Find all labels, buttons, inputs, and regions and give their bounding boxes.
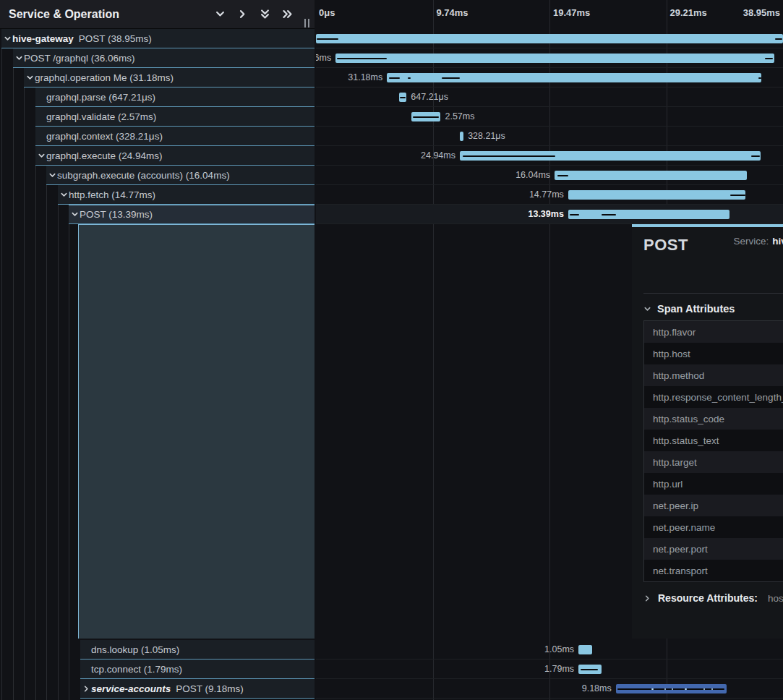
span-duration-bar[interactable] xyxy=(568,190,745,200)
span-time-label: 328.21μs xyxy=(468,127,505,146)
child-span-mark xyxy=(581,669,598,670)
child-span-mark xyxy=(389,77,401,79)
span-time-label: 2.57ms xyxy=(445,107,474,127)
span-duration-bar[interactable] xyxy=(460,132,463,141)
child-span-mark xyxy=(730,195,745,196)
attribute-row: http.url"http://localhost:4011/" xyxy=(644,473,783,495)
selected-span-detail-indent xyxy=(78,224,315,639)
span-bar-row[interactable]: 1.05ms xyxy=(316,640,783,660)
child-span-mark xyxy=(400,97,406,98)
span-bar-row[interactable]: 13.39ms xyxy=(316,205,783,224)
span-time-label: 24.94ms xyxy=(421,146,455,166)
span-bar-row[interactable]: 16.04ms xyxy=(316,166,783,185)
span-row[interactable]: POST (13.39ms) xyxy=(0,205,315,224)
child-span-mark xyxy=(557,175,568,176)
attribute-row: http.status_text"OK" xyxy=(644,430,783,451)
span-duration-bar[interactable] xyxy=(555,171,747,180)
span-bar-row[interactable]: 9.18ms xyxy=(316,679,783,699)
span-duration-bar[interactable] xyxy=(316,34,783,43)
span-operation-label: subgraph.execute (accounts) (16.04ms) xyxy=(57,170,230,181)
chevron-down-icon[interactable] xyxy=(37,152,46,160)
span-row[interactable]: dns.lookup (1.05ms) xyxy=(0,640,315,660)
attribute-key: net.peer.name xyxy=(653,522,783,533)
span-row[interactable]: hive-gatewayPOST (38.95ms) xyxy=(0,29,315,48)
child-span-mark xyxy=(317,38,338,40)
double-chevron-right-icon[interactable] xyxy=(281,9,293,20)
attribute-key: net.peer.port xyxy=(653,544,783,555)
chevron-right-icon[interactable] xyxy=(236,9,248,20)
chevron-down-icon[interactable] xyxy=(14,54,24,62)
resource-attributes-title: Resource Attributes: xyxy=(658,592,758,604)
span-duration-bar[interactable] xyxy=(578,645,592,654)
child-span-mark xyxy=(775,38,782,40)
service-operation-column: Service & Operation hive-gatewayPOST (38… xyxy=(0,0,315,700)
attribute-key: http.url xyxy=(653,479,783,490)
child-span-mark xyxy=(711,688,713,690)
span-bar-row[interactable]: 1.79ms xyxy=(316,660,783,679)
span-row[interactable]: subgraph.execute (accounts) (16.04ms) xyxy=(0,166,315,185)
attribute-row: http.flavor"1.1" xyxy=(644,321,783,343)
chevron-down-icon[interactable] xyxy=(3,35,12,43)
span-bar-row[interactable]: 14.77ms xyxy=(316,185,783,205)
span-bar-row[interactable]: 647.21μs xyxy=(316,88,783,107)
span-attributes-toggle[interactable]: Span Attributes xyxy=(643,303,783,315)
span-operation-label: graphql.validate (2.57ms) xyxy=(46,111,156,122)
span-row[interactable]: POST /graphql (36.06ms) xyxy=(0,48,315,68)
span-operation-label: tcp.connect (1.79ms) xyxy=(91,664,182,675)
span-bar-row[interactable]: 31.18ms xyxy=(316,68,783,88)
span-bar-row[interactable]: 2.57ms xyxy=(316,107,783,127)
chevron-down-icon[interactable] xyxy=(59,191,69,199)
resource-attribute: host.arch=arm64 xyxy=(768,593,783,604)
span-row[interactable]: graphql.execute (24.94ms) xyxy=(0,146,315,166)
span-bar-row[interactable]: 24.94ms xyxy=(316,146,783,166)
child-span-mark xyxy=(751,155,760,157)
chevron-down-icon[interactable] xyxy=(70,210,80,218)
chevron-down-icon[interactable] xyxy=(25,74,35,82)
span-row[interactable]: graphql.operation Me (31.18ms) xyxy=(0,68,315,88)
span-time-label: 16.04ms xyxy=(515,166,550,185)
span-row[interactable]: graphql.validate (2.57ms) xyxy=(0,107,315,127)
span-time-label: 36.06ms xyxy=(316,48,331,68)
attribute-key: http.method xyxy=(653,370,783,381)
span-row[interactable]: http.fetch (14.77ms) xyxy=(0,185,315,205)
attribute-row: net.transport"ip_tcp" xyxy=(644,560,783,581)
span-row[interactable]: graphql.context (328.21μs) xyxy=(0,127,315,146)
span-bar-row[interactable]: 36.06ms xyxy=(316,48,783,68)
attribute-key: http.response_content_length_uncompresse… xyxy=(653,392,783,403)
span-operation-label: POST (13.39ms) xyxy=(80,209,153,220)
double-chevron-down-icon[interactable] xyxy=(259,9,270,20)
chevron-down-icon[interactable] xyxy=(48,171,57,179)
span-bar-row[interactable]: 38.95ms xyxy=(316,29,783,48)
span-row[interactable]: tcp.connect (1.79ms) xyxy=(0,660,315,679)
span-row[interactable]: graphql.parse (647.21μs) xyxy=(0,88,315,107)
attribute-key: http.status_code xyxy=(653,414,783,424)
span-bar-row[interactable]: 328.21μs xyxy=(316,127,783,146)
child-span-mark xyxy=(442,77,460,79)
column-resize-handle[interactable] xyxy=(304,19,312,28)
timeline-column: 0μs9.74ms19.47ms29.21ms38.95ms 38.95ms36… xyxy=(316,0,783,700)
meta-item: Service:hive-gateway xyxy=(733,236,783,247)
attribute-row: http.response_content_length_uncompresse… xyxy=(644,386,783,408)
span-time-label: 13.39ms xyxy=(528,205,563,224)
span-time-label: 9.18ms xyxy=(582,679,612,699)
chevron-right-icon xyxy=(643,594,651,602)
span-operation-label: http.fetch (14.77ms) xyxy=(69,189,155,200)
attribute-key: http.status_text xyxy=(653,435,783,446)
chevron-down-icon[interactable] xyxy=(214,9,226,20)
axis-tick-label: 38.95ms xyxy=(743,7,780,18)
attribute-row: http.host"localhost:4011" xyxy=(644,343,783,364)
span-row[interactable]: service-accountsPOST (9.18ms) xyxy=(0,679,315,699)
child-span-mark xyxy=(672,688,673,690)
span-time-label: 1.05ms xyxy=(544,640,574,660)
attribute-row: net.peer.port4011 xyxy=(644,538,783,560)
resource-attributes-toggle[interactable]: Resource Attributes: host.arch=arm64host… xyxy=(643,592,783,604)
span-time-label: 1.79ms xyxy=(544,660,574,679)
child-span-mark xyxy=(685,688,687,690)
timeline-axis: 0μs9.74ms19.47ms29.21ms38.95ms xyxy=(316,0,783,29)
span-duration-bar[interactable] xyxy=(335,54,774,63)
span-meta-row: Service:hive-gatewayDuration:13.39msStar… xyxy=(733,236,783,247)
span-duration-bar[interactable] xyxy=(568,210,729,219)
chevron-right-icon[interactable] xyxy=(82,685,91,693)
span-service-name: service-accounts xyxy=(91,683,171,694)
span-operation-label: dns.lookup (1.05ms) xyxy=(91,644,179,655)
